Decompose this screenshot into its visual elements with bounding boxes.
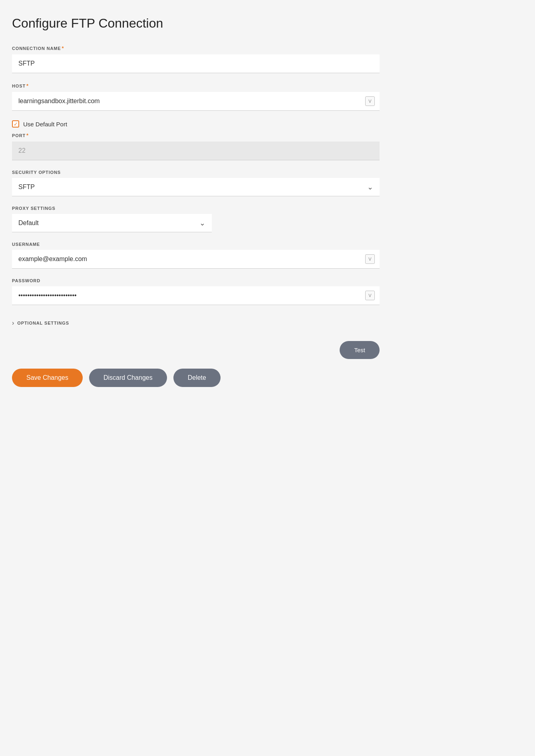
port-group: PORT * bbox=[12, 132, 380, 160]
proxy-settings-group: PROXY SETTINGS Default None Custom ⌄ bbox=[12, 206, 380, 232]
host-group: HOST * V bbox=[12, 83, 380, 111]
connection-name-input-wrapper bbox=[12, 54, 380, 73]
host-label: HOST * bbox=[12, 83, 380, 89]
security-options-select[interactable]: SFTP FTP FTPS bbox=[12, 178, 380, 196]
port-input[interactable] bbox=[12, 142, 380, 160]
port-input-wrapper bbox=[12, 142, 380, 160]
action-buttons-row: Save Changes Discard Changes Delete bbox=[12, 369, 380, 403]
delete-button[interactable]: Delete bbox=[173, 369, 221, 387]
save-changes-button[interactable]: Save Changes bbox=[12, 369, 83, 387]
proxy-settings-label: PROXY SETTINGS bbox=[12, 206, 380, 211]
connection-name-label: CONNECTION NAME * bbox=[12, 45, 380, 51]
username-input[interactable] bbox=[12, 250, 380, 268]
connection-name-required: * bbox=[62, 45, 64, 51]
password-variable-icon[interactable]: V bbox=[365, 291, 375, 300]
checkmark-icon: ✓ bbox=[14, 122, 18, 127]
test-row: Test bbox=[12, 341, 380, 359]
host-required: * bbox=[26, 83, 29, 89]
host-input-wrapper: V bbox=[12, 92, 380, 111]
port-label: PORT * bbox=[12, 132, 380, 138]
username-variable-icon[interactable]: V bbox=[365, 254, 375, 264]
optional-settings-toggle[interactable]: › OPTIONAL SETTINGS bbox=[12, 315, 380, 331]
test-button[interactable]: Test bbox=[340, 341, 380, 359]
host-variable-icon[interactable]: V bbox=[365, 96, 375, 106]
connection-name-group: CONNECTION NAME * bbox=[12, 45, 380, 73]
optional-settings-chevron-icon: › bbox=[12, 319, 14, 327]
port-required: * bbox=[26, 132, 29, 138]
password-input[interactable] bbox=[12, 286, 380, 305]
connection-name-input[interactable] bbox=[12, 54, 380, 73]
security-options-select-wrapper: SFTP FTP FTPS ⌄ bbox=[12, 178, 380, 196]
optional-settings-label: OPTIONAL SETTINGS bbox=[17, 321, 69, 325]
use-default-port-label[interactable]: Use Default Port bbox=[23, 121, 67, 128]
proxy-settings-select[interactable]: Default None Custom bbox=[12, 214, 212, 232]
username-input-wrapper: V bbox=[12, 250, 380, 269]
username-label: USERNAME bbox=[12, 242, 380, 247]
security-options-label: SECURITY OPTIONS bbox=[12, 170, 380, 175]
proxy-settings-select-wrapper: Default None Custom ⌄ bbox=[12, 214, 212, 232]
page-title: Configure FTP Connection bbox=[12, 16, 380, 31]
security-options-group: SECURITY OPTIONS SFTP FTP FTPS ⌄ bbox=[12, 170, 380, 196]
password-group: PASSWORD V bbox=[12, 278, 380, 305]
host-input[interactable] bbox=[12, 92, 380, 110]
username-group: USERNAME V bbox=[12, 242, 380, 269]
password-input-wrapper: V bbox=[12, 286, 380, 305]
password-label: PASSWORD bbox=[12, 278, 380, 283]
discard-changes-button[interactable]: Discard Changes bbox=[89, 369, 167, 387]
use-default-port-checkbox[interactable]: ✓ bbox=[12, 120, 19, 128]
use-default-port-row: ✓ Use Default Port bbox=[12, 120, 380, 128]
